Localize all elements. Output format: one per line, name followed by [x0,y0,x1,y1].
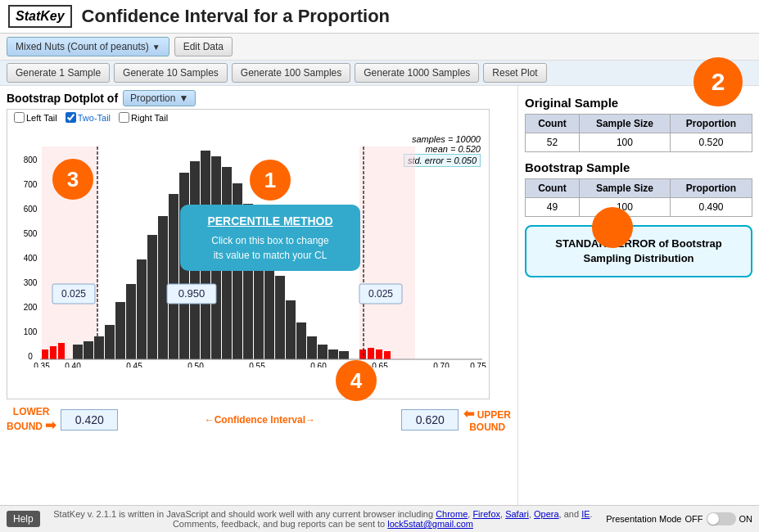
svg-rect-38 [50,346,56,359]
svg-text:600: 600 [24,205,38,214]
svg-text:0.65: 0.65 [372,362,388,367]
orig-sample-size-header: Sample Size [579,115,670,133]
svg-text:0.35: 0.35 [34,362,50,367]
ci-label: ←Confidence Interval→ [123,414,396,426]
svg-text:0.70: 0.70 [433,362,450,367]
footer: Help StatKey v. 2.1.1 is written in Java… [0,505,759,532]
bootstrap-sample-title: Bootstrap Sample [525,160,752,174]
orig-sample-size-value: 100 [579,133,670,152]
svg-rect-14 [105,325,115,359]
presentation-mode: Presentation Mode OFF ON [606,512,752,525]
orig-proportion-header: Proportion [671,115,752,133]
svg-rect-40 [359,349,366,359]
svg-rect-19 [158,216,168,359]
svg-text:500: 500 [24,229,38,238]
footer-text: StatKey v. 2.1.1 is written in JavaScrip… [47,509,599,529]
lower-bound-label: LOWERBOUND ➡ [7,406,56,434]
toolbar2: Generate 1 Sample Generate 10 Samples Ge… [0,61,759,86]
lower-bound-input[interactable] [61,409,118,431]
table-row: 52 100 0.520 [526,133,752,152]
upper-bound-input[interactable] [401,409,459,431]
generate-10-samples-button[interactable]: Generate 10 Samples [114,63,228,83]
std-error-title: STANDARD ERROR of Bootstrap Sampling Dis… [536,237,741,266]
opera-link[interactable]: Opera [534,509,559,519]
svg-rect-18 [147,235,157,359]
svg-text:0.55: 0.55 [249,362,265,367]
two-tail-checkbox-label[interactable]: Two-Tail [66,112,111,123]
toggle-on-label: ON [739,514,753,524]
number-circle-1 [592,207,633,248]
chrome-link[interactable]: Chrome [436,509,468,519]
left-tail-checkbox-label[interactable]: Left Tail [14,112,57,123]
two-tail-checkbox[interactable] [66,112,76,123]
chevron-down-icon: ▼ [152,43,160,52]
svg-rect-39 [58,343,65,359]
reset-plot-button[interactable]: Reset Plot [483,63,546,83]
ie-link[interactable]: IE [581,509,590,519]
svg-rect-35 [328,349,338,359]
svg-text:100: 100 [24,327,38,336]
svg-text:0: 0 [28,352,33,361]
arrow-right-icon: ➡ [45,418,56,432]
orig-count-value: 52 [526,133,580,152]
edit-data-button[interactable]: Edit Data [174,37,233,56]
svg-rect-43 [384,351,391,359]
generate-1-sample-button[interactable]: Generate 1 Sample [7,63,110,83]
svg-rect-13 [94,336,104,359]
number-circle-2: 2 [693,57,743,106]
dotplot-header: Bootstrap Dotplot of Proportion ▼ [7,90,511,106]
svg-rect-20 [169,194,178,359]
original-sample-table: Count Sample Size Proportion 52 100 0.52… [525,114,752,152]
number-circle-3: 3 [52,159,93,200]
generate-100-samples-button[interactable]: Generate 100 Samples [232,63,350,83]
svg-rect-42 [376,349,382,359]
svg-text:0.025: 0.025 [61,288,86,300]
left-tail-checkbox[interactable] [14,112,25,123]
boot-proportion-value: 0.490 [671,198,752,217]
email-link[interactable]: lock5stat@gmail.com [387,519,473,529]
page-title: Confidence Interval for a Proportion [82,6,390,27]
arrow-left-icon: ⬅ [463,407,474,421]
boot-count-value: 49 [526,198,580,217]
help-button[interactable]: Help [7,511,40,527]
bootstrap-sample-table: Count Sample Size Proportion 49 100 0.49… [525,178,752,217]
left-panel: Bootstrap Dotplot of Proportion ▼ Left T… [0,86,517,528]
svg-rect-11 [73,345,83,359]
svg-text:300: 300 [24,278,38,287]
svg-rect-31 [286,300,296,359]
svg-text:0.40: 0.40 [65,362,81,367]
svg-text:0.50: 0.50 [187,362,204,367]
main-content: Bootstrap Dotplot of Proportion ▼ Left T… [0,86,759,528]
svg-text:700: 700 [24,180,38,189]
percentile-method-box[interactable]: PERCENTILE METHOD Click on this box to c… [180,205,360,271]
right-tail-checkbox-label[interactable]: Right Tail [119,112,168,123]
svg-rect-10 [359,147,415,359]
orig-count-header: Count [526,115,580,133]
svg-rect-16 [126,284,136,359]
std-error-callout: STANDARD ERROR of Bootstrap Sampling Dis… [525,225,752,277]
svg-rect-32 [296,322,306,359]
firefox-link[interactable]: Firefox [472,509,500,519]
proportion-dropdown[interactable]: Proportion ▼ [123,90,196,106]
presentation-toggle[interactable] [707,512,736,525]
toolbar1: Mixed Nuts (Count of peanuts) ▼ Edit Dat… [0,34,759,61]
svg-rect-33 [307,336,317,359]
ci-bottom-row: LOWERBOUND ➡ ←Confidence Interval→ ⬅ UPP… [7,403,511,434]
boot-sample-size-header: Sample Size [579,179,670,198]
svg-rect-15 [115,302,125,359]
header: StatKey Confidence Interval for a Propor… [0,0,759,34]
svg-rect-12 [84,341,93,359]
svg-rect-17 [137,259,147,359]
number-circle-1: 1 [250,160,291,201]
number-circle-4: 4 [336,360,377,401]
safari-link[interactable]: Safari [505,509,529,519]
chevron-down-icon: ▼ [178,92,188,104]
svg-rect-36 [339,351,349,359]
table-row: 49 100 0.490 [526,198,752,217]
right-tail-checkbox[interactable] [119,112,129,123]
dataset-dropdown[interactable]: Mixed Nuts (Count of peanuts) ▼ [7,37,169,56]
svg-text:200: 200 [24,303,38,312]
statkey-logo: StatKey [8,5,72,28]
generate-1000-samples-button[interactable]: Generate 1000 Samples [355,63,479,83]
toggle-off-label: OFF [685,514,703,524]
